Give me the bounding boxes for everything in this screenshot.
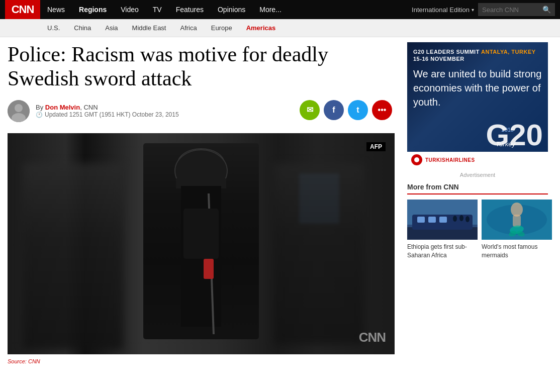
sidebar-article-1-title[interactable]: Ethiopia gets first sub-Saharan Africa	[407, 243, 478, 260]
afp-badge: AFP	[366, 142, 386, 151]
train-illustration	[407, 200, 478, 240]
top-nav-right: International Edition ▾ 🔍	[412, 3, 555, 16]
figure-left	[23, 163, 123, 349]
svg-point-23	[511, 203, 523, 217]
intl-edition-label: International Edition	[412, 6, 470, 14]
svg-point-19	[465, 216, 470, 222]
update-time: Updated 1251 GMT (1951 HKT) October 23, …	[45, 111, 179, 118]
nav-item-opinions[interactable]: Opinions	[211, 0, 252, 19]
facebook-share-button[interactable]: f	[324, 100, 344, 120]
author-name[interactable]: Don Melvin	[45, 104, 80, 111]
ad-title: G20 LEADERS SUMMIT	[413, 49, 480, 55]
clock-icon: 🕐	[36, 112, 43, 118]
sub-nav-europe[interactable]: Europe	[204, 19, 239, 37]
sub-nav-middle-east[interactable]: Middle East	[125, 19, 173, 37]
sidebar: G20 LEADERS SUMMIT ANTALYA, TURKEY 15-16…	[402, 37, 553, 377]
author-org: CNN	[83, 104, 98, 111]
svg-point-17	[453, 216, 457, 222]
sub-navigation: U.S. China Asia Middle East Africa Europ…	[0, 19, 560, 37]
nav-item-news[interactable]: News	[40, 0, 72, 19]
sidebar-article-2-title[interactable]: World's most famous mermaids	[482, 243, 552, 260]
sub-nav-africa[interactable]: Africa	[173, 19, 204, 37]
author-avatar	[8, 100, 30, 122]
source-label: Source:	[8, 358, 27, 364]
ad-body-text: We are united to build strong economies …	[413, 67, 542, 109]
article-headline: Police: Racism was motive for deadly Swe…	[8, 42, 395, 91]
source-value[interactable]: CNN	[28, 358, 40, 364]
top-navigation: CNN News Regions Video TV Features Opini…	[0, 0, 560, 19]
svg-rect-24	[513, 215, 521, 227]
byline: By Don Melvin, CNN 🕐 Updated 1251 GMT (1…	[8, 100, 179, 122]
turkish-airlines-logo	[411, 154, 422, 165]
byline-prefix: By	[36, 104, 43, 111]
sub-nav-us[interactable]: U.S.	[40, 19, 67, 37]
byline-info: By Don Melvin, CNN 🕐 Updated 1251 GMT (1…	[36, 104, 179, 118]
nav-item-features[interactable]: Features	[169, 0, 211, 19]
figure-center	[143, 143, 259, 339]
search-icon[interactable]: 🔍	[542, 6, 551, 14]
image-source: Source: CNN	[8, 358, 395, 364]
search-bar: 🔍	[478, 3, 555, 16]
nav-item-tv[interactable]: TV	[146, 0, 169, 19]
social-share: ✉ f t •••	[300, 100, 395, 120]
search-input[interactable]	[482, 6, 542, 14]
svg-point-18	[459, 215, 463, 221]
sidebar-article-2: World's most famous mermaids	[482, 200, 552, 260]
sidebar-articles: Ethiopia gets first sub-Saharan Africa	[407, 200, 548, 260]
svg-rect-8	[183, 209, 219, 259]
article-header-area: By Don Melvin, CNN 🕐 Updated 1251 GMT (1…	[8, 100, 395, 128]
sub-nav-china[interactable]: China	[67, 19, 98, 37]
svg-rect-15	[428, 217, 436, 223]
svg-point-1	[15, 104, 23, 112]
chevron-down-icon: ▾	[472, 7, 474, 13]
nav-item-video[interactable]: Video	[114, 0, 146, 19]
nav-items: News Regions Video TV Features Opinions …	[40, 0, 412, 19]
sub-nav-americas[interactable]: Americas	[239, 19, 283, 37]
article-image-container: AFP CNN	[8, 133, 395, 354]
article: Police: Racism was motive for deadly Swe…	[0, 37, 402, 377]
byline-text: By Don Melvin, CNN	[36, 104, 179, 111]
svg-rect-9	[204, 259, 214, 279]
cnn-logo[interactable]: CNN	[5, 0, 40, 19]
figure-right	[274, 163, 364, 344]
ad-label: Advertisement	[407, 172, 548, 178]
nav-item-regions[interactable]: Regions	[72, 0, 114, 19]
international-edition[interactable]: International Edition ▾	[412, 6, 474, 14]
sidebar-article-1: Ethiopia gets first sub-Saharan Africa	[407, 200, 478, 260]
ad-location: ANTALYA, TURKEY	[481, 49, 535, 55]
article-image: AFP CNN	[8, 133, 395, 354]
more-share-button[interactable]: •••	[372, 100, 392, 120]
ad-top-text: G20 LEADERS SUMMIT ANTALYA, TURKEY 15-16…	[413, 48, 542, 63]
sidebar-article-2-image[interactable]	[482, 200, 552, 240]
ad-dates: 15-16 NOVEMBER	[413, 56, 464, 62]
sidebar-article-1-image[interactable]	[407, 200, 478, 240]
mermaid-illustration	[482, 200, 552, 240]
main-content: Police: Racism was motive for deadly Swe…	[0, 37, 560, 377]
svg-rect-14	[417, 217, 425, 223]
ad-bottom: TURKISHAIRLINES	[407, 152, 548, 168]
nav-item-more[interactable]: More...	[252, 0, 289, 19]
ad-g20-logo: G20	[486, 120, 543, 150]
turkish-airlines-name: TURKISHAIRLINES	[425, 157, 475, 163]
advertisement: G20 LEADERS SUMMIT ANTALYA, TURKEY 15-16…	[407, 42, 548, 168]
byline-meta: 🕐 Updated 1251 GMT (1951 HKT) October 23…	[36, 111, 179, 118]
svg-rect-16	[439, 217, 447, 223]
sub-nav-asia[interactable]: Asia	[98, 19, 125, 37]
email-share-button[interactable]: ✉	[300, 100, 320, 120]
more-from-cnn-heading: More from CNN	[407, 183, 548, 194]
twitter-share-button[interactable]: t	[348, 100, 368, 120]
cnn-watermark: CNN	[359, 330, 386, 345]
